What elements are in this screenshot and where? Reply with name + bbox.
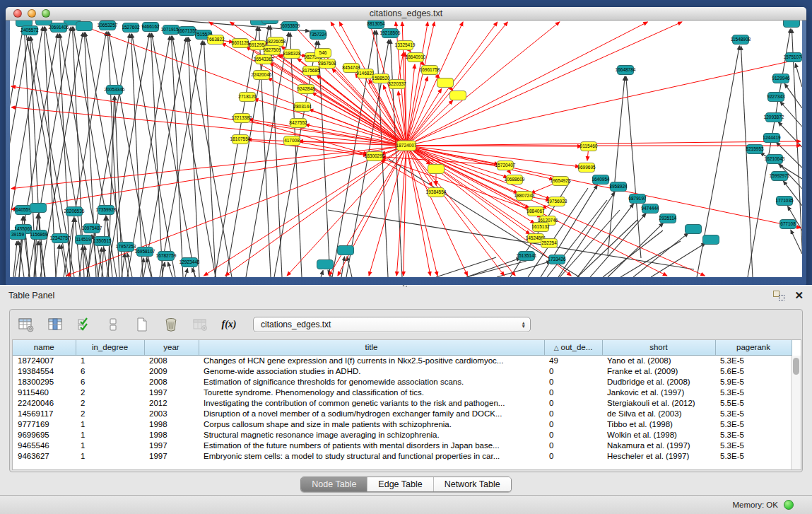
graph-node[interactable] — [76, 22, 93, 31]
graph-node[interactable]: 18724007 — [396, 141, 417, 151]
close-panel-icon[interactable]: ✕ — [794, 291, 804, 300]
graph-node[interactable]: 18300295 — [365, 152, 385, 161]
graph-node[interactable]: 3175685 — [302, 66, 320, 76]
graph-node[interactable]: 18640910 — [406, 53, 426, 62]
table-mode-icon[interactable] — [17, 315, 35, 334]
table-row[interactable]: 946362711997Embryonic stem cells: a mode… — [13, 450, 792, 461]
table-cell-pagerank[interactable]: 5.3E-5 — [715, 355, 792, 366]
create-column-icon[interactable] — [133, 315, 151, 334]
table-cell-name[interactable]: 22420046 — [13, 397, 76, 408]
graph-node[interactable]: 114519 — [76, 235, 92, 245]
graph-node[interactable]: 252254 — [541, 239, 558, 248]
graph-node[interactable]: 19218506 — [380, 29, 401, 38]
graph-node[interactable]: 10688609 — [505, 175, 525, 185]
table-cell-title[interactable]: Investigating the contribution of common… — [199, 397, 544, 408]
graph-node[interactable]: 15720407 — [495, 161, 516, 170]
graph-node[interactable]: 20691406 — [49, 23, 69, 33]
table-cell-in_degree[interactable]: 2 — [76, 408, 144, 419]
graph-node[interactable] — [703, 235, 719, 245]
table-cell-out_degree[interactable]: 0 — [544, 429, 602, 440]
table-cell-name[interactable]: 9777169 — [13, 419, 76, 429]
graph-node[interactable]: 18807243 — [514, 192, 535, 201]
table-cell-name[interactable]: 9699695 — [13, 429, 76, 440]
column-header-out_degree[interactable]: △out_de... — [544, 340, 602, 355]
graph-node[interactable]: 9115460 — [580, 142, 598, 151]
graph-node[interactable]: 8215953 — [746, 145, 764, 154]
graph-node[interactable]: 546 — [315, 49, 331, 58]
graph-node[interactable]: 677108 — [780, 220, 796, 229]
table-cell-out_degree[interactable]: 0 — [544, 387, 602, 397]
graph-node[interactable]: 20206536 — [64, 207, 85, 216]
table-cell-name[interactable]: 19384554 — [13, 366, 76, 376]
table-cell-name[interactable]: 9463627 — [13, 450, 76, 461]
graph-node[interactable]: 8427552 — [289, 119, 307, 128]
table-cell-short[interactable]: Dudbridge et al. (2008) — [602, 376, 715, 387]
graph-node[interactable]: 18226058 — [266, 37, 286, 47]
network-canvas[interactable]: 2405572206914061065325715276029466162107… — [10, 21, 802, 277]
memory-status-icon[interactable] — [784, 500, 794, 510]
graph-node[interactable] — [686, 225, 702, 234]
table-cell-name[interactable]: 14569117 — [13, 408, 76, 419]
table-cell-out_degree[interactable]: 0 — [544, 376, 602, 387]
graph-node[interactable]: 2718120 — [238, 93, 257, 102]
table-cell-out_degree[interactable]: 0 — [544, 366, 602, 376]
table-row[interactable]: 1830029562008Estimation of significance … — [13, 376, 792, 387]
tab-network-table[interactable]: Network Table — [433, 477, 511, 491]
graph-node[interactable]: 417008 — [284, 136, 300, 146]
table-cell-short[interactable]: Tibbo et al. (1998) — [602, 419, 715, 429]
graph-node[interactable]: 1640954 — [592, 175, 610, 185]
graph-node[interactable]: 1527602 — [122, 23, 140, 33]
close-window-icon[interactable] — [13, 9, 22, 18]
table-cell-name[interactable]: 18724007 — [13, 355, 76, 366]
table-cell-out_degree[interactable]: 0 — [544, 419, 602, 429]
graph-node[interactable]: 15751074 — [784, 53, 802, 62]
graph-node[interactable] — [428, 165, 445, 174]
table-row[interactable]: 1872400712008Changes of HCN gene express… — [13, 355, 792, 366]
graph-node[interactable]: 16782759 — [156, 252, 177, 261]
graph-node[interactable]: 12342757 — [50, 234, 71, 243]
graph-node[interactable]: 16961758 — [420, 66, 440, 75]
panel-splitter-handle[interactable] — [401, 284, 408, 288]
table-cell-out_degree[interactable]: 0 — [544, 450, 602, 461]
graph-node[interactable]: 9242848 — [297, 85, 315, 94]
graph-node[interactable]: 1615132 — [531, 223, 550, 232]
graph-node[interactable]: 8186328 — [283, 49, 301, 59]
graph-node[interactable]: 10653257 — [98, 21, 118, 30]
graph-node[interactable]: 9129946 — [772, 74, 790, 83]
tab-edge-table[interactable]: Edge Table — [367, 477, 433, 491]
table-cell-year[interactable]: 2008 — [144, 376, 199, 387]
graph-node[interactable]: 9699695 — [577, 163, 596, 173]
graph-node[interactable]: 9474444 — [641, 204, 659, 214]
graph-node[interactable]: 39159 — [10, 230, 26, 240]
table-cell-out_degree[interactable]: 0 — [544, 397, 602, 408]
table-cell-pagerank[interactable]: 5.3E-5 — [715, 429, 792, 440]
table-cell-in_degree[interactable]: 2 — [76, 397, 144, 408]
table-cell-pagerank[interactable]: 5.3E-5 — [715, 387, 792, 397]
graph-node[interactable] — [784, 21, 800, 28]
table-cell-pagerank[interactable]: 5.3E-5 — [715, 440, 792, 450]
scrollbar-thumb[interactable] — [793, 358, 799, 375]
table-row[interactable]: 977716911998Corpus callosum shape and si… — [13, 419, 792, 429]
table-cell-year[interactable]: 1997 — [144, 450, 199, 461]
table-cell-title[interactable]: Corpus callosum shape and size in male p… — [199, 419, 544, 429]
row-selection-icon[interactable] — [75, 315, 93, 334]
table-cell-name[interactable]: 18300295 — [13, 376, 76, 387]
table-cell-short[interactable]: Stergiakouli et al. (2012) — [602, 397, 715, 408]
graph-node[interactable]: 16648784 — [616, 66, 636, 75]
table-cell-title[interactable]: Disruption of a novel member of a sodium… — [199, 408, 544, 419]
column-header-in_degree[interactable]: in_degree — [76, 340, 144, 355]
table-row[interactable]: 2242004622012Investigating the contribut… — [13, 397, 792, 408]
table-cell-pagerank[interactable]: 5.3E-5 — [715, 408, 792, 419]
table-cell-in_degree[interactable]: 2 — [76, 387, 144, 397]
graph-node[interactable]: 16210643 — [765, 155, 785, 164]
graph-node[interactable]: 1733426 — [548, 255, 566, 264]
table-cell-year[interactable]: 1997 — [144, 387, 199, 397]
graph-node[interactable]: 1244419 — [763, 134, 781, 143]
graph-node[interactable]: 2405572 — [20, 26, 39, 35]
table-cell-in_degree[interactable]: 1 — [76, 355, 144, 366]
table-cell-short[interactable]: Franke et al. (2009) — [602, 366, 715, 376]
graph-node[interactable]: 1771035 — [775, 197, 794, 206]
graph-node[interactable] — [317, 260, 334, 269]
graph-node[interactable]: 19384554 — [426, 188, 447, 197]
graph-node[interactable]: 16053809 — [280, 22, 300, 31]
